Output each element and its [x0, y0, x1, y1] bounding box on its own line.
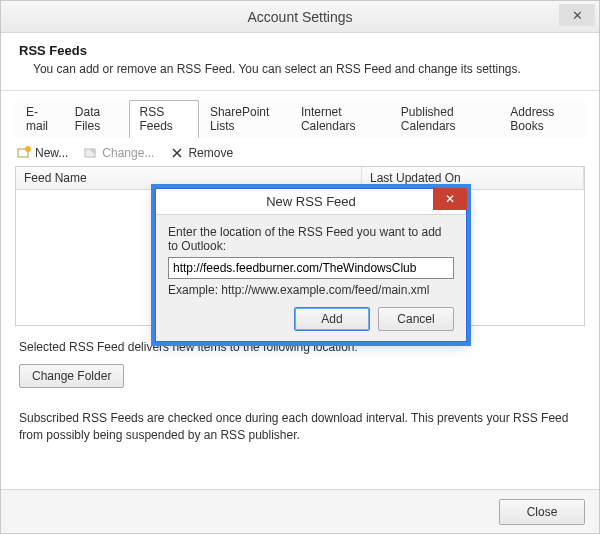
window-close-button[interactable]: ✕	[559, 4, 595, 26]
column-label: Feed Name	[24, 171, 87, 185]
tab-label: E-mail	[26, 105, 48, 133]
column-label: Last Updated On	[370, 171, 461, 185]
dialog-title: New RSS Feed	[266, 194, 356, 209]
button-label: Change Folder	[32, 369, 111, 383]
tab-email[interactable]: E-mail	[15, 100, 64, 138]
page-header: RSS Feeds You can add or remove an RSS F…	[1, 33, 599, 91]
tab-data-files[interactable]: Data Files	[64, 100, 129, 138]
button-label: Close	[527, 505, 558, 519]
add-button[interactable]: Add	[294, 307, 370, 331]
window-titlebar: Account Settings ✕	[1, 1, 599, 33]
tab-sharepoint-lists[interactable]: SharePoint Lists	[199, 100, 290, 138]
tab-label: Internet Calendars	[301, 105, 356, 133]
tab-address-books[interactable]: Address Books	[499, 100, 585, 138]
close-button[interactable]: Close	[499, 499, 585, 525]
tabs-container: E-mail Data Files RSS Feeds SharePoint L…	[1, 91, 599, 138]
column-feed-name[interactable]: Feed Name	[16, 167, 362, 189]
tab-internet-calendars[interactable]: Internet Calendars	[290, 100, 390, 138]
new-label: New...	[35, 146, 68, 160]
dialog-body: Enter the location of the RSS Feed you w…	[156, 215, 466, 341]
tab-label: SharePoint Lists	[210, 105, 269, 133]
page-title: RSS Feeds	[19, 43, 581, 58]
close-icon: ✕	[445, 192, 455, 206]
list-header: Feed Name Last Updated On	[16, 167, 584, 190]
location-label: Selected RSS Feed delivers new items to …	[19, 340, 581, 354]
toolbar: New... Change... Remove	[1, 138, 599, 166]
dialog-close-button[interactable]: ✕	[433, 188, 467, 210]
button-label: Add	[321, 312, 342, 326]
page-description: You can add or remove an RSS Feed. You c…	[33, 62, 581, 76]
remove-button[interactable]: Remove	[170, 146, 233, 160]
dialog-titlebar: New RSS Feed ✕	[156, 189, 466, 215]
close-icon: ✕	[572, 8, 583, 23]
new-icon	[17, 146, 31, 160]
info-text: Subscribed RSS Feeds are checked once du…	[1, 406, 599, 444]
dialog-prompt: Enter the location of the RSS Feed you w…	[168, 225, 454, 253]
tab-published-calendars[interactable]: Published Calendars	[390, 100, 499, 138]
tab-label: Address Books	[510, 105, 554, 133]
cancel-button[interactable]: Cancel	[378, 307, 454, 331]
button-label: Cancel	[397, 312, 434, 326]
dialog-buttons: Add Cancel	[168, 307, 454, 331]
dialog-example: Example: http://www.example.com/feed/mai…	[168, 283, 454, 297]
new-rss-feed-dialog: New RSS Feed ✕ Enter the location of the…	[155, 188, 467, 342]
tab-label: RSS Feeds	[140, 105, 173, 133]
change-button: Change...	[84, 146, 154, 160]
footer: Close	[1, 489, 599, 533]
change-label: Change...	[102, 146, 154, 160]
tab-strip: E-mail Data Files RSS Feeds SharePoint L…	[15, 99, 585, 138]
new-button[interactable]: New...	[17, 146, 68, 160]
change-folder-button[interactable]: Change Folder	[19, 364, 124, 388]
window-title: Account Settings	[247, 9, 352, 25]
remove-label: Remove	[188, 146, 233, 160]
change-icon	[84, 146, 98, 160]
svg-point-1	[25, 146, 31, 152]
tab-label: Published Calendars	[401, 105, 456, 133]
rss-url-input[interactable]	[168, 257, 454, 279]
column-last-updated[interactable]: Last Updated On	[362, 167, 584, 189]
tab-rss-feeds[interactable]: RSS Feeds	[129, 100, 199, 138]
remove-icon	[170, 146, 184, 160]
tab-label: Data Files	[75, 105, 100, 133]
